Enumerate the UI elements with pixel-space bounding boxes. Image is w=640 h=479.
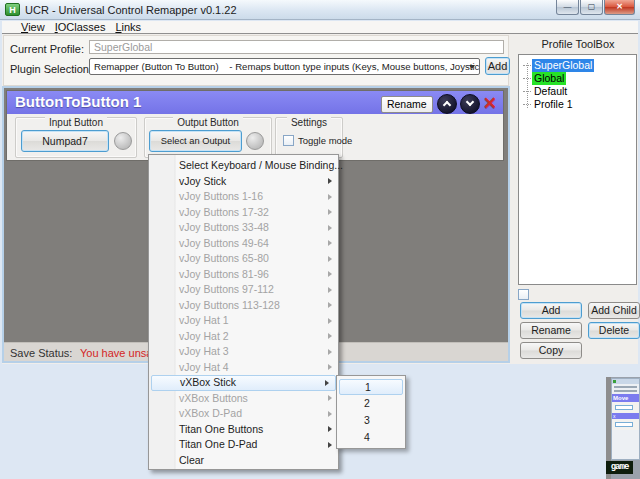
menu-item-label: vJoy Buttons 81-96 (179, 268, 269, 280)
save-status-label: Save Status: (10, 347, 72, 359)
output-button-group: Output Button Select an Output Button (144, 117, 272, 158)
rename-plugin-button[interactable]: Rename (381, 96, 433, 113)
context-menu: Select Keyboard / Mouse Binding...vJoy S… (148, 154, 339, 470)
menu-item-2[interactable]: 2 (337, 395, 405, 412)
close-icon[interactable]: ✕ (604, 0, 635, 15)
menubar-item-links[interactable]: Links (114, 21, 142, 33)
output-group-label: Output Button (173, 117, 243, 128)
menu-item-vjoy-buttons-17-32[interactable]: vJoy Buttons 17-32 (149, 205, 338, 221)
menu-item-label: vJoy Buttons 49-64 (179, 237, 269, 249)
menu-item-vxbox-buttons[interactable]: vXBox Buttons (149, 391, 338, 407)
submenu-arrow-icon (328, 240, 332, 246)
menu-item-label: 3 (364, 414, 370, 426)
maximize-icon[interactable]: ▢ (580, 0, 603, 15)
thumbnail-app-icon (613, 380, 616, 383)
output-button[interactable]: Select an Output Button (149, 130, 242, 152)
submenu-arrow-icon (328, 178, 332, 184)
delete-button[interactable]: Delete (588, 322, 640, 339)
tree-item-global[interactable]: Global (519, 72, 636, 85)
tree-item-superglobal[interactable]: SuperGlobal (519, 59, 636, 72)
plugin-header: ButtonToButton 1 Rename ✕ (7, 91, 503, 114)
profile-tree: SuperGlobalGlobalDefaultProfile 1 (518, 54, 637, 285)
submenu-arrow-icon (328, 318, 332, 324)
menubar-item-ioclasses[interactable]: IOClasses (54, 21, 107, 33)
add-plugin-button[interactable]: Add (485, 57, 510, 75)
menu-item-label: 1 (365, 381, 371, 393)
thumbnail-text-line (614, 390, 637, 392)
submenu-arrow-icon (328, 194, 332, 200)
input-button[interactable]: Numpad7 (21, 130, 109, 152)
tree-item-profile-1[interactable]: Profile 1 (519, 98, 636, 111)
menu-item-3[interactable]: 3 (337, 412, 405, 429)
toolbox-checkbox[interactable] (518, 289, 529, 300)
dropdown-arrow-icon[interactable] (469, 65, 475, 69)
tree-item-default[interactable]: Default (519, 85, 636, 98)
plugin-selection-label: Plugin Selection: (10, 63, 92, 75)
menu-item-vjoy-buttons-33-48[interactable]: vJoy Buttons 33-48 (149, 220, 338, 236)
menu-item-vjoy-hat-4[interactable]: vJoy Hat 4 (149, 360, 338, 376)
add-button[interactable]: Add (520, 302, 582, 319)
settings-group: Settings Toggle mode (275, 117, 343, 158)
submenu-arrow-icon (328, 209, 332, 215)
menu-item-label: vJoy Buttons 1-16 (179, 190, 263, 202)
menu-item-vxbox-d-pad[interactable]: vXBox D-Pad (149, 406, 338, 422)
menu-item-1[interactable]: 1 (339, 379, 403, 395)
menu-item-label: 4 (364, 431, 370, 443)
tree-connector (523, 65, 531, 66)
minimize-icon[interactable]: — (556, 0, 579, 15)
menu-item-vjoy-buttons-1-16[interactable]: vJoy Buttons 1-16 (149, 189, 338, 205)
menu-item-vjoy-buttons-49-64[interactable]: vJoy Buttons 49-64 (149, 236, 338, 252)
menu-item-vjoy-buttons-113-128[interactable]: vJoy Buttons 113-128 (149, 298, 338, 314)
menu-item-titan-one-buttons[interactable]: Titan One Buttons (149, 422, 338, 438)
current-profile-label: Current Profile: (10, 43, 84, 55)
copy-button[interactable]: Copy (520, 342, 582, 359)
menu-item-label: vJoy Hat 3 (179, 345, 229, 357)
move-down-button[interactable] (460, 94, 480, 114)
caption-buttons: — ▢ ✕ (555, 0, 635, 15)
plugin-header-controls: Rename ✕ (381, 94, 499, 114)
rename-button[interactable]: Rename (520, 322, 582, 339)
context-submenu: 1234 (336, 375, 406, 449)
app-icon: H (5, 3, 20, 16)
menu-item-label: vJoy Buttons 65-80 (179, 252, 269, 264)
thumbnail-mini-window: Move x (611, 378, 640, 460)
menu-item-label: 2 (364, 397, 370, 409)
input-button-group: Input Button Numpad7 (15, 117, 137, 158)
menu-item-label: vXBox Stick (180, 376, 236, 388)
submenu-arrow-icon (328, 271, 332, 277)
menu-item-select-keyboard-mouse-binding[interactable]: Select Keyboard / Mouse Binding... (149, 158, 338, 174)
submenu-arrow-icon (328, 225, 332, 231)
add-child-button[interactable]: Add Child (588, 302, 640, 319)
corner-thumbnail: Move x game (606, 377, 640, 479)
menu-item-vjoy-stick[interactable]: vJoy Stick (149, 174, 338, 190)
tree-connector (523, 78, 531, 79)
menu-item-clear[interactable]: Clear (149, 453, 338, 469)
toggle-mode-checkbox[interactable] (283, 135, 294, 146)
plugin-selection-dropdown[interactable]: Remapper (Button To Button) - Remaps but… (89, 58, 480, 75)
thumbnail-panel-2 (612, 419, 639, 430)
delete-plugin-icon[interactable]: ✕ (483, 94, 497, 114)
settings-group-label: Settings (287, 117, 331, 128)
menu-item-vjoy-hat-1[interactable]: vJoy Hat 1 (149, 313, 338, 329)
output-led-indicator (246, 132, 264, 150)
tree-item-label: SuperGlobal (532, 59, 594, 72)
thumbnail-button (615, 405, 633, 410)
menu-item-vjoy-buttons-81-96[interactable]: vJoy Buttons 81-96 (149, 267, 338, 283)
submenu-arrow-icon (328, 287, 332, 293)
menu-item-vjoy-buttons-97-112[interactable]: vJoy Buttons 97-112 (149, 282, 338, 298)
menu-item-vxbox-stick[interactable]: vXBox Stick (151, 375, 336, 391)
menu-item-vjoy-buttons-65-80[interactable]: vJoy Buttons 65-80 (149, 251, 338, 267)
menu-item-4[interactable]: 4 (337, 429, 405, 446)
title-bar: H UCR - Universal Control Remapper v0.1.… (0, 0, 640, 20)
current-profile-input[interactable]: SuperGlobal (89, 40, 504, 54)
menu-item-titan-one-d-pad[interactable]: Titan One D-Pad (149, 437, 338, 453)
submenu-arrow-icon (328, 442, 332, 448)
tree-connector (523, 104, 531, 105)
window-title: UCR - Universal Control Remapper v0.1.22 (25, 4, 237, 16)
menu-item-vjoy-hat-2[interactable]: vJoy Hat 2 (149, 329, 338, 345)
menu-item-label: Select Keyboard / Mouse Binding... (179, 159, 343, 171)
menubar-item-view[interactable]: View (20, 21, 46, 33)
menu-item-vjoy-hat-3[interactable]: vJoy Hat 3 (149, 344, 338, 360)
menu-item-label: vJoy Hat 4 (179, 361, 229, 373)
move-up-button[interactable] (437, 94, 457, 114)
